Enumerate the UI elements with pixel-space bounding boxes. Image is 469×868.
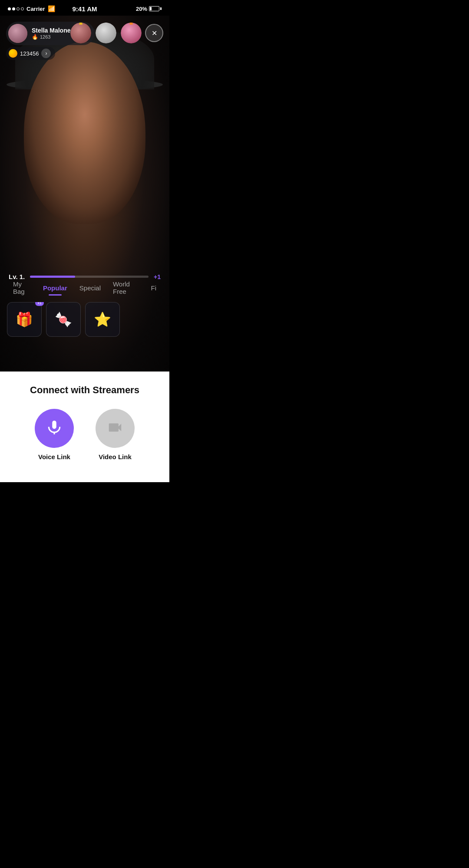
video-link-button[interactable]: [96, 409, 135, 448]
gift-item-1[interactable]: 🎁 x1: [7, 302, 42, 337]
tab-fi[interactable]: Fi: [145, 282, 163, 294]
voice-link-option[interactable]: Voice Link: [35, 409, 74, 460]
gift-item-3[interactable]: ⭐: [85, 302, 120, 337]
bottom-section: Connect with Streamers Voice Link: [0, 372, 169, 482]
gift-tabs: My Bag Popular Special World Free Fi: [0, 278, 169, 298]
status-left: Carrier 📶: [8, 5, 55, 12]
voice-link-label: Voice Link: [38, 453, 70, 460]
score-value: 1263: [40, 34, 50, 39]
tab-special[interactable]: Special: [73, 282, 107, 294]
video-overlay: Stella Malone 🔥 1263 + 123456 › ♛ ♛: [0, 16, 169, 372]
coins-amount: 123456: [20, 50, 39, 57]
top-viewers: ♛ ♛ ♛ ✕: [69, 22, 163, 44]
streamer-score: 🔥 1263: [32, 34, 70, 40]
time-display: 9:41 AM: [73, 5, 97, 13]
tab-my-bag[interactable]: My Bag: [7, 278, 37, 298]
voice-link-button[interactable]: [35, 409, 74, 448]
gift-badge-1: x1: [35, 302, 44, 306]
tab-popular[interactable]: Popular: [37, 282, 73, 294]
gift-emoji-3: ⭐: [94, 311, 111, 328]
crown-silver-icon: ♛: [103, 22, 109, 26]
connect-buttons: Voice Link Video Link: [9, 404, 161, 465]
viewer-avatar-3[interactable]: ♛: [120, 22, 142, 44]
battery-percent: 20%: [136, 6, 147, 12]
video-area: Stella Malone 🔥 1263 + 123456 › ♛ ♛: [0, 16, 169, 372]
gift-emoji-1: 🎁: [16, 311, 33, 328]
tab-world-free[interactable]: World Free: [107, 278, 145, 298]
gift-emoji-2: 🍬: [55, 311, 72, 328]
status-bar: Carrier 📶 9:41 AM 20%: [0, 0, 169, 16]
viewer-avatar-1[interactable]: ♛: [69, 22, 92, 44]
streamer-info: Stella Malone 🔥 1263: [32, 27, 70, 40]
viewer-avatar-2[interactable]: ♛: [95, 22, 117, 44]
gift-item-2[interactable]: 🍬: [46, 302, 81, 337]
battery-icon: [149, 6, 162, 11]
crown-bronze-icon: ♛: [128, 22, 134, 26]
carrier-label: Carrier: [26, 6, 45, 12]
connect-title: Connect with Streamers: [30, 385, 139, 396]
gift-items-row: 🎁 x1 🍬 ⭐: [0, 302, 169, 337]
video-camera-icon: [107, 419, 123, 437]
wifi-icon: 📶: [48, 5, 55, 12]
streamer-avatar: [8, 24, 27, 43]
status-right: 20%: [136, 6, 162, 12]
coin-icon: [9, 49, 17, 58]
coins-display[interactable]: 123456 ›: [6, 47, 55, 60]
video-link-label: Video Link: [99, 453, 132, 460]
streamer-name: Stella Malone: [32, 27, 70, 34]
coins-arrow-icon[interactable]: ›: [41, 49, 51, 58]
microphone-icon: [46, 419, 63, 437]
fire-icon: 🔥: [32, 34, 38, 40]
crown-gold-icon: ♛: [78, 22, 84, 26]
signal-icon: [8, 7, 24, 10]
video-link-option[interactable]: Video Link: [96, 409, 135, 460]
close-button[interactable]: ✕: [145, 24, 163, 42]
